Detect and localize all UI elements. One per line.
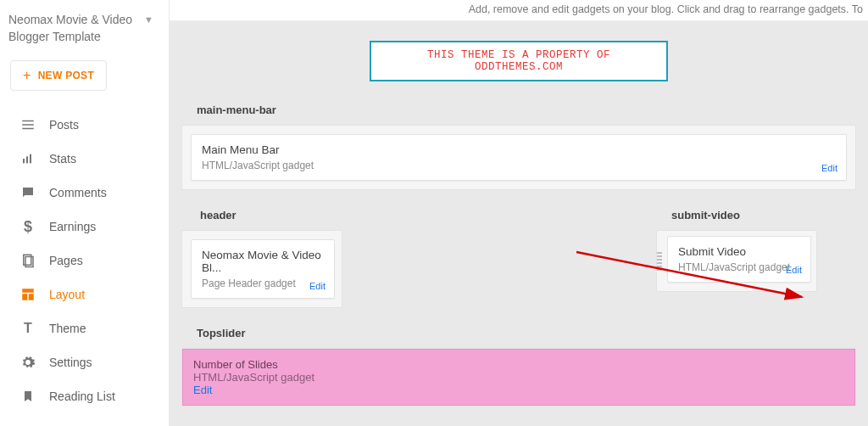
sidebar-item-label: Posts bbox=[49, 118, 79, 132]
new-post-label: NEW POST bbox=[38, 70, 94, 81]
svg-rect-0 bbox=[23, 159, 25, 163]
gadget-title: Submit Video bbox=[678, 245, 800, 258]
gadget-subtitle: Page Header gadget bbox=[202, 277, 324, 289]
sidebar-item-label: Reading List bbox=[49, 390, 115, 403]
section-label-header: header bbox=[181, 200, 342, 230]
sidebar-item-stats[interactable]: Stats bbox=[0, 142, 169, 176]
gadget-mainmenu[interactable]: Main Menu Bar HTML/JavaScript gadget Edi… bbox=[191, 134, 847, 181]
sidebar-item-label: Settings bbox=[49, 356, 92, 369]
drag-handle-icon[interactable] bbox=[655, 231, 664, 291]
gadget-title: Number of Slides bbox=[193, 358, 844, 371]
edit-link[interactable]: Edit bbox=[786, 265, 802, 275]
sidebar-item-earnings[interactable]: $ Earnings bbox=[0, 210, 169, 244]
theme-icon: T bbox=[20, 321, 36, 336]
panel-header: Neomax Movie & Video Bl... Page Header g… bbox=[181, 230, 342, 308]
svg-rect-2 bbox=[30, 154, 31, 164]
sidebar-item-label: Stats bbox=[49, 152, 76, 165]
earnings-icon: $ bbox=[20, 219, 36, 234]
sidebar-nav: Posts Stats Comments $ Earnings Pages La… bbox=[0, 108, 169, 413]
sidebar-item-label: Pages bbox=[49, 254, 83, 267]
view-blog-link[interactable]: View blog bbox=[0, 420, 169, 426]
edit-link[interactable]: Edit bbox=[309, 281, 326, 291]
gadget-header[interactable]: Neomax Movie & Video Bl... Page Header g… bbox=[191, 239, 335, 299]
gadget-title: Main Menu Bar bbox=[202, 143, 836, 156]
gadget-subtitle: HTML/JavaScript gadget bbox=[678, 261, 800, 273]
section-label-topslider: Topslider bbox=[181, 318, 856, 348]
bookmark-icon bbox=[20, 389, 36, 404]
svg-rect-1 bbox=[26, 157, 28, 164]
sidebar-item-layout[interactable]: Layout bbox=[0, 277, 169, 311]
section-label-mainmenu: main-menu-bar bbox=[181, 95, 856, 125]
layout-icon bbox=[20, 287, 36, 302]
panel-mainmenu: Main Menu Bar HTML/JavaScript gadget Edi… bbox=[181, 125, 856, 190]
panel-topslider: Number of Slides HTML/JavaScript gadget … bbox=[181, 348, 856, 406]
edit-link[interactable]: Edit bbox=[193, 384, 212, 396]
sidebar: Neomax Movie & Video Blogger Template ▼ … bbox=[0, 0, 170, 426]
sidebar-item-settings[interactable]: Settings bbox=[0, 345, 169, 379]
svg-rect-6 bbox=[22, 294, 27, 300]
sidebar-item-label: Layout bbox=[49, 288, 85, 301]
panel-submit-video: Submit Video HTML/JavaScript gadget Edit bbox=[656, 230, 817, 292]
new-post-button[interactable]: + NEW POST bbox=[10, 60, 107, 91]
chevron-down-icon[interactable]: ▼ bbox=[144, 12, 153, 25]
sidebar-item-pages[interactable]: Pages bbox=[0, 244, 169, 277]
gadget-submit-video[interactable]: Submit Video HTML/JavaScript gadget Edit bbox=[667, 236, 811, 283]
sidebar-item-theme[interactable]: T Theme bbox=[0, 311, 169, 345]
site-title[interactable]: Neomax Movie & Video Blogger Template bbox=[8, 12, 144, 45]
main-content: Add, remove and edit gadgets on your blo… bbox=[170, 0, 868, 426]
edit-link[interactable]: Edit bbox=[821, 163, 837, 173]
svg-rect-5 bbox=[22, 289, 34, 293]
sidebar-item-posts[interactable]: Posts bbox=[0, 108, 169, 142]
gear-icon bbox=[20, 355, 36, 370]
sidebar-item-comments[interactable]: Comments bbox=[0, 176, 169, 210]
comments-icon bbox=[20, 185, 36, 200]
section-label-submit: submit-video bbox=[656, 200, 817, 230]
sidebar-item-label: Theme bbox=[49, 322, 86, 335]
gadget-topslider[interactable]: Number of Slides HTML/JavaScript gadget … bbox=[182, 349, 855, 406]
gadget-subtitle: HTML/JavaScript gadget bbox=[193, 371, 844, 384]
stats-icon bbox=[20, 151, 36, 166]
gadget-subtitle: HTML/JavaScript gadget bbox=[202, 160, 836, 171]
gadget-title: Neomax Movie & Video Bl... bbox=[202, 249, 324, 274]
posts-icon bbox=[20, 117, 36, 132]
theme-property-banner: THIS THEME IS A PROPERTY OF ODDTHEMES.CO… bbox=[370, 41, 668, 81]
plus-icon: + bbox=[23, 68, 31, 83]
sidebar-item-label: Comments bbox=[49, 186, 107, 199]
sidebar-item-reading-list[interactable]: Reading List bbox=[0, 379, 169, 413]
sidebar-item-label: Earnings bbox=[49, 220, 96, 233]
pages-icon bbox=[20, 253, 36, 268]
layout-hint-text: Add, remove and edit gadgets on your blo… bbox=[170, 0, 868, 21]
svg-rect-7 bbox=[29, 294, 34, 300]
